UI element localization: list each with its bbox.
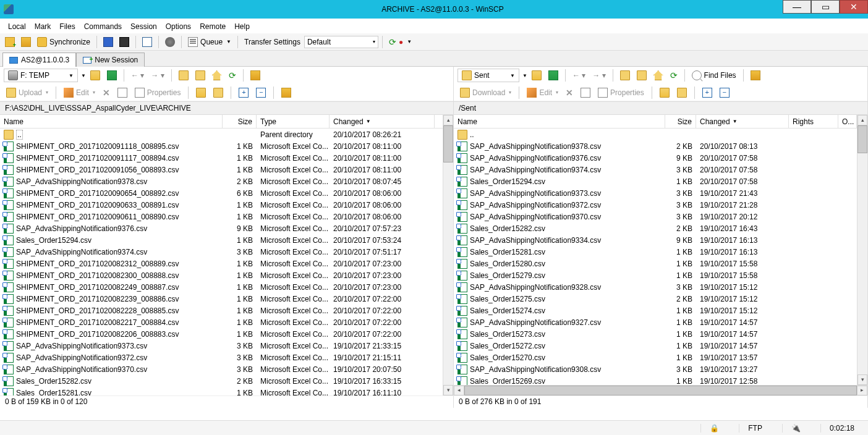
local-refresh-icon[interactable]: ⟳ (226, 69, 239, 82)
remote-rename-icon[interactable] (578, 87, 593, 99)
remote-syncremote-icon[interactable] (748, 69, 763, 82)
local-root-icon[interactable] (193, 69, 208, 82)
remote-properties-button[interactable]: Properties (595, 87, 647, 99)
menu-remote[interactable]: Remote (195, 22, 230, 31)
remote-filter-icon[interactable] (529, 69, 544, 82)
local-newfolder-icon[interactable] (194, 87, 208, 99)
remote-refresh-icon[interactable]: ⟳ (668, 69, 680, 82)
local-synclocal-icon[interactable] (248, 69, 263, 82)
list-item[interactable]: Sales_Order15275.csv2 KB19/10/2017 15:12 (454, 293, 857, 305)
list-item[interactable]: SHIPMENT_ORD_20171020090654_008892.csv6 … (0, 187, 443, 199)
list-item[interactable]: SHIPMENT_ORD_20171020091118_008895.csv1 … (0, 140, 443, 152)
list-item[interactable]: SHIPMENT_ORD_20171020090633_008891.csv1 … (0, 199, 443, 211)
list-item[interactable]: Sales_Order15282.csv2 KBMicrosoft Excel … (0, 375, 443, 387)
local-tree-icon[interactable] (279, 87, 294, 99)
upload-button[interactable]: Upload ▾ (4, 87, 51, 99)
list-item[interactable]: SAP_AdvaShippingNotification9374.csv3 KB… (454, 164, 857, 175)
remote-bookmark-icon[interactable] (546, 69, 561, 82)
find-files-button[interactable]: Find Files (689, 69, 739, 82)
remote-scrollbar[interactable]: ▴ ▾ (857, 115, 867, 385)
list-item[interactable]: Sales_Order15272.csv1 KB19/10/2017 14:57 (454, 340, 857, 352)
remote-path[interactable]: /Sent (454, 101, 867, 115)
list-item[interactable]: Sales_Order15269.csv1 KB19/10/2017 12:58 (454, 375, 857, 385)
list-item[interactable]: Sales_Order15281.csv1 KBMicrosoft Excel … (0, 387, 443, 395)
local-home-icon[interactable] (210, 69, 224, 82)
terminal2-icon[interactable] (117, 36, 132, 48)
list-item[interactable]: SAP_AdvaShippingNotification9376.csv9 KB… (454, 152, 857, 164)
local-filter-icon[interactable] (88, 69, 103, 82)
menu-help[interactable]: Help (230, 22, 254, 31)
drive-history-button[interactable]: ▼ (81, 73, 86, 78)
remote-col-rights[interactable]: Rights (789, 115, 838, 128)
close-button[interactable]: ✕ (840, 0, 868, 14)
list-item[interactable]: Sales_Order15294.csv1 KBMicrosoft Excel … (0, 234, 443, 246)
local-selectall-icon[interactable]: + (236, 87, 251, 99)
menu-files[interactable]: Files (55, 22, 79, 31)
remote-parent-icon[interactable] (618, 69, 632, 82)
remote-root-icon[interactable] (634, 69, 649, 82)
local-delete-icon[interactable]: ✕ (100, 87, 113, 99)
menu-mark[interactable]: Mark (30, 22, 56, 31)
local-col-name[interactable]: Name (0, 115, 223, 128)
list-item[interactable]: SAP_AdvaShippingNotification9334.csv9 KB… (454, 234, 857, 246)
list-item[interactable]: SAP_AdvaShippingNotification9370.csv3 KB… (454, 211, 857, 222)
list-item[interactable]: SAP_AdvaShippingNotification9308.csv3 KB… (454, 363, 857, 375)
remote-col-owner[interactable]: O... (838, 115, 857, 128)
remote-col-changed[interactable]: Changed ▼ (696, 115, 789, 128)
local-parent-icon[interactable] (176, 69, 191, 82)
session-tab-active[interactable]: AS2@11.0.0.3 (2, 53, 76, 67)
remote-history-button[interactable]: ▼ (522, 73, 527, 78)
list-item[interactable]: Sales_Order15294.csv1 KB20/10/2017 07:58 (454, 175, 857, 187)
remote-newfile-icon[interactable] (674, 87, 689, 99)
list-item[interactable]: SHIPMENT_ORD_20171020082217_008884.csv1 … (0, 316, 443, 328)
list-item[interactable]: Sales_Order15282.csv2 KB19/10/2017 16:43 (454, 222, 857, 234)
preferences-icon[interactable] (163, 36, 177, 48)
local-properties-button[interactable]: Properties (132, 87, 184, 99)
local-unselectall-icon[interactable]: − (253, 87, 268, 99)
list-item[interactable]: Sales_Order15273.csv1 KB19/10/2017 14:57 (454, 328, 857, 340)
menu-options[interactable]: Options (161, 22, 195, 31)
local-scrollbar[interactable]: ▴ ▾ (443, 115, 453, 395)
maximize-button[interactable]: ▭ (811, 0, 840, 14)
list-item[interactable]: SAP_AdvaShippingNotification9373.csv3 KB… (0, 340, 443, 352)
list-item[interactable]: SHIPMENT_ORD_20171020082206_008883.csv1 … (0, 328, 443, 340)
remote-unselectall-icon[interactable]: − (717, 87, 732, 99)
remote-home-icon[interactable] (651, 69, 666, 82)
list-item[interactable]: SAP_AdvaShippingNotification9378.csv2 KB… (454, 140, 857, 152)
remote-forward-button[interactable]: → ▾ (590, 70, 608, 81)
local-path[interactable]: F:\AS2\DHL_LIVE\SSSAP_AspallCyder_LIVE\A… (0, 101, 453, 115)
minimize-button[interactable]: — (783, 0, 811, 14)
local-edit-button[interactable]: Edit ▾ (61, 87, 98, 99)
local-drive-select[interactable]: F: TEMP ▼ (4, 69, 78, 82)
queue-button[interactable]: Queue ▼ (185, 36, 234, 48)
remote-selectall-icon[interactable]: + (700, 87, 715, 99)
list-item[interactable]: SAP_AdvaShippingNotification9376.csv9 KB… (0, 222, 443, 234)
parent-dir-row[interactable]: .. (454, 129, 857, 140)
transfer-settings-select[interactable]: Default▾ (304, 36, 378, 48)
list-item[interactable]: SAP_AdvaShippingNotification9378.csv2 KB… (0, 175, 443, 187)
remote-col-size[interactable]: Size (665, 115, 696, 128)
list-item[interactable]: Sales_Order15274.csv1 KB19/10/2017 15:12 (454, 305, 857, 316)
keepalive-icon[interactable]: ⟳● ▼ (386, 36, 414, 48)
menu-commands[interactable]: Commands (80, 22, 126, 31)
list-item[interactable]: SAP_AdvaShippingNotification9374.csv3 KB… (0, 246, 443, 258)
remote-delete-icon[interactable]: ✕ (563, 87, 576, 99)
list-item[interactable]: Sales_Order15270.csv1 KB19/10/2017 13:57 (454, 352, 857, 363)
panel-layout-icon[interactable] (140, 36, 155, 48)
list-item[interactable]: SAP_AdvaShippingNotification9328.csv3 KB… (454, 281, 857, 293)
local-newfile-icon[interactable] (211, 87, 226, 99)
menu-local[interactable]: Local (4, 22, 30, 31)
local-rename-icon[interactable] (115, 87, 130, 99)
new-session-icon[interactable] (2, 36, 17, 48)
remote-col-name[interactable]: Name (454, 115, 665, 128)
remote-newfolder-icon[interactable] (657, 87, 672, 99)
list-item[interactable]: SAP_AdvaShippingNotification9370.csv3 KB… (0, 363, 443, 375)
list-item[interactable]: SHIPMENT_ORD_20171020082300_008888.csv1 … (0, 269, 443, 281)
list-item[interactable]: Sales_Order15279.csv1 KB19/10/2017 15:58 (454, 269, 857, 281)
list-item[interactable]: SHIPMENT_ORD_20171020091117_008894.csv1 … (0, 152, 443, 164)
parent-dir-row[interactable]: .. Parent directory 20/10/2017 08:26:21 (0, 129, 443, 140)
list-item[interactable]: SHIPMENT_ORD_20171020082228_008885.csv1 … (0, 305, 443, 316)
new-session-tab[interactable]: New Session (76, 53, 145, 67)
remote-dir-select[interactable]: Sent ▼ (457, 69, 519, 82)
synchronize-button[interactable]: Synchronize (35, 36, 93, 48)
